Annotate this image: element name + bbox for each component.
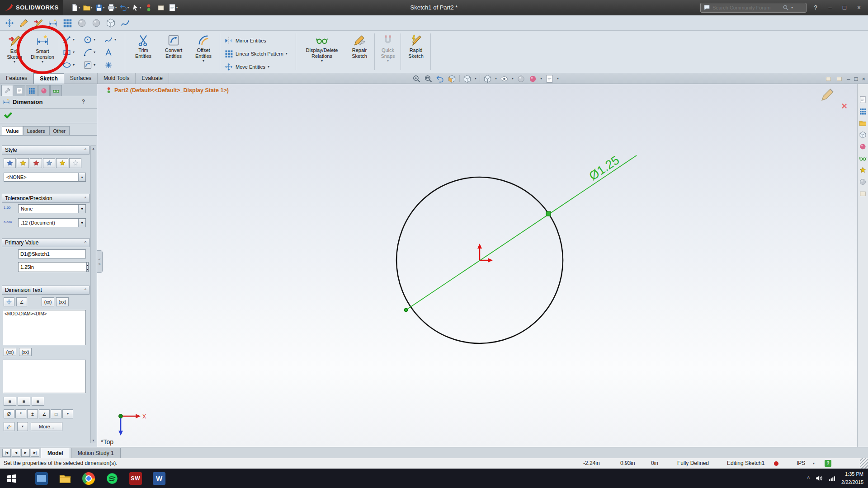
display-delete-relations-button[interactable]: Display/Delete Relations ▾ xyxy=(299,33,344,71)
chrome-button[interactable] xyxy=(77,469,100,488)
select-button[interactable]: ▾ xyxy=(131,2,142,14)
appearances-tab[interactable] xyxy=(38,85,50,96)
tab-features[interactable]: Features xyxy=(0,73,33,84)
precision-select[interactable]: .12 (Document) ▾ xyxy=(18,218,86,227)
network-signal-icon[interactable] xyxy=(828,474,836,482)
dropdown-caret[interactable]: ▾ xyxy=(114,38,116,42)
collapse-chevron-icon[interactable]: ^ xyxy=(85,240,86,245)
tab-motion-study[interactable]: Motion Study 1 xyxy=(71,448,121,458)
file-explorer-icon[interactable] xyxy=(859,119,867,127)
quick-tips-button[interactable]: ? xyxy=(825,460,831,467)
display-style-icon[interactable] xyxy=(483,75,492,83)
linear-sketch-pattern-button[interactable]: Linear Sketch Pattern ▾ xyxy=(224,49,288,58)
symbol-dropdown-button[interactable]: ▾ xyxy=(62,409,73,418)
tab-leaders[interactable]: Leaders xyxy=(23,126,49,135)
plusminus-symbol-button[interactable]: ± xyxy=(27,409,38,418)
collapse-chevron-icon[interactable]: ^ xyxy=(85,148,86,152)
tab-value[interactable]: Value xyxy=(2,126,23,135)
style-section-header[interactable]: Style ^ xyxy=(2,145,90,155)
parenthesis-button-3[interactable]: (xx) xyxy=(4,348,16,356)
open-document-button[interactable]: ▾ xyxy=(82,2,94,14)
edit-appearance-icon[interactable] xyxy=(517,75,525,83)
spin-up-icon[interactable]: ▴ xyxy=(87,263,88,267)
circle-tool-button[interactable]: ▾ xyxy=(83,35,95,44)
spinner-buttons[interactable]: ▴ ▾ xyxy=(87,262,89,272)
dropdown-caret[interactable]: ▾ xyxy=(94,51,95,54)
trim-entities-button[interactable]: Trim Entities xyxy=(129,33,157,71)
dropdown-caret[interactable]: ▾ xyxy=(73,38,75,42)
move-entities-button[interactable]: Move Entities ▾ xyxy=(224,62,269,71)
search-icon[interactable] xyxy=(783,5,789,11)
spline-tool-button[interactable]: ▾ xyxy=(104,35,116,44)
tolerance-select[interactable]: None ▾ xyxy=(18,204,86,213)
dropdown-caret[interactable]: ▾ xyxy=(94,38,95,42)
view-settings-icon[interactable] xyxy=(545,75,554,83)
section-view-icon[interactable] xyxy=(448,75,456,83)
dimension-text-area[interactable]: <MOD-DIAM><DIM> xyxy=(3,310,86,345)
add-parenthesis-button[interactable]: (xx) xyxy=(42,297,54,306)
spin-down-icon[interactable]: ▾ xyxy=(87,267,88,271)
tab-evaluate[interactable]: Evaluate xyxy=(136,73,169,84)
dropdown-caret[interactable]: ▾ xyxy=(42,60,43,64)
doc-restore-button[interactable]: □ xyxy=(854,75,858,82)
justify-center-button[interactable]: ≡ xyxy=(18,397,30,406)
new-document-button[interactable]: ▾ xyxy=(70,2,81,14)
angle-symbol-button[interactable]: ∠ xyxy=(39,409,50,418)
table-tool-button[interactable] xyxy=(61,17,73,29)
view-orientation-icon[interactable] xyxy=(463,75,472,83)
more-button[interactable]: More... xyxy=(31,422,62,431)
tab-sketch[interactable]: Sketch xyxy=(33,73,64,84)
justify-right-button[interactable]: ≡ xyxy=(32,397,44,406)
quick-snaps-button[interactable]: Quick Snaps ▾ xyxy=(377,33,399,71)
exit-sketch-button[interactable]: Exit Sketch ▾ xyxy=(2,33,27,71)
sketch-tool-button-1[interactable] xyxy=(18,17,30,29)
first-tab-button[interactable]: |◀ xyxy=(2,449,11,457)
taskbar-clock[interactable]: 1:35 PM 2/22/2015 xyxy=(841,470,863,486)
view-tool-button-2[interactable] xyxy=(90,17,102,29)
search-dropdown-caret[interactable]: ▾ xyxy=(791,6,793,9)
style-favorite-button-3[interactable] xyxy=(30,158,42,168)
point-tool-button[interactable] xyxy=(104,61,113,70)
appearances-icon[interactable] xyxy=(859,143,867,150)
convert-entities-button[interactable]: Convert Entities xyxy=(159,33,188,71)
dropdown-caret[interactable]: ▾ xyxy=(557,77,559,80)
view-tool-button-3[interactable] xyxy=(105,17,117,29)
cascade-windows-icon[interactable] xyxy=(825,75,832,82)
line-tool-button[interactable]: ▾ xyxy=(62,35,75,44)
dropdown-caret[interactable]: ▾ xyxy=(512,77,514,80)
sketch-tool-button-2[interactable] xyxy=(33,17,44,29)
extra-symbol-button-1[interactable] xyxy=(4,422,14,431)
collapse-chevron-icon[interactable]: ^ xyxy=(85,288,86,292)
confirmation-corner[interactable] xyxy=(820,87,835,102)
dropdown-caret[interactable]: ▾ xyxy=(78,173,85,181)
tab-mold-tools[interactable]: Mold Tools xyxy=(98,73,136,84)
dimension-tool-button[interactable] xyxy=(47,17,59,29)
dropdown-caret[interactable]: ▾ xyxy=(73,51,75,54)
unit-dropdown-caret[interactable]: ▾ xyxy=(813,462,815,465)
next-tab-button[interactable]: ▶ xyxy=(21,449,30,457)
dimension-value-spinner[interactable]: ▴ ▾ xyxy=(18,262,74,272)
dropdown-caret[interactable]: ▾ xyxy=(79,6,80,9)
add-parenthesis-button-2[interactable]: (xx) xyxy=(56,297,69,306)
rebuild-button[interactable] xyxy=(143,2,155,14)
previous-tab-button[interactable]: ◀ xyxy=(12,449,20,457)
tab-surfaces[interactable]: Surfaces xyxy=(64,73,98,84)
dropdown-caret[interactable]: ▾ xyxy=(495,77,497,80)
dimension-name-input[interactable] xyxy=(18,249,86,258)
dropdown-caret[interactable]: ▾ xyxy=(78,205,85,213)
angle-text-button[interactable]: ∠ xyxy=(16,297,27,306)
dropdown-caret[interactable]: ▾ xyxy=(103,6,105,9)
panel-help-button[interactable]: ? xyxy=(82,99,85,105)
panel-collapse-handle[interactable]: « « xyxy=(97,250,103,273)
options-button[interactable]: ▾ xyxy=(167,2,179,14)
hide-show-items-icon[interactable] xyxy=(500,75,509,83)
dimension-text-area-2[interactable] xyxy=(3,360,86,393)
resize-grip[interactable] xyxy=(860,458,868,469)
property-manager-tab[interactable] xyxy=(1,85,13,96)
offset-entities-button[interactable]: Offset Entities ▾ xyxy=(190,33,217,71)
unit-system[interactable]: IPS xyxy=(797,460,805,466)
configurations-tab[interactable] xyxy=(26,85,38,96)
degree-symbol-button[interactable]: ° xyxy=(15,409,26,418)
scroll-down-icon[interactable]: ▼ xyxy=(92,439,95,442)
dropdown-caret[interactable]: ▾ xyxy=(115,6,117,9)
